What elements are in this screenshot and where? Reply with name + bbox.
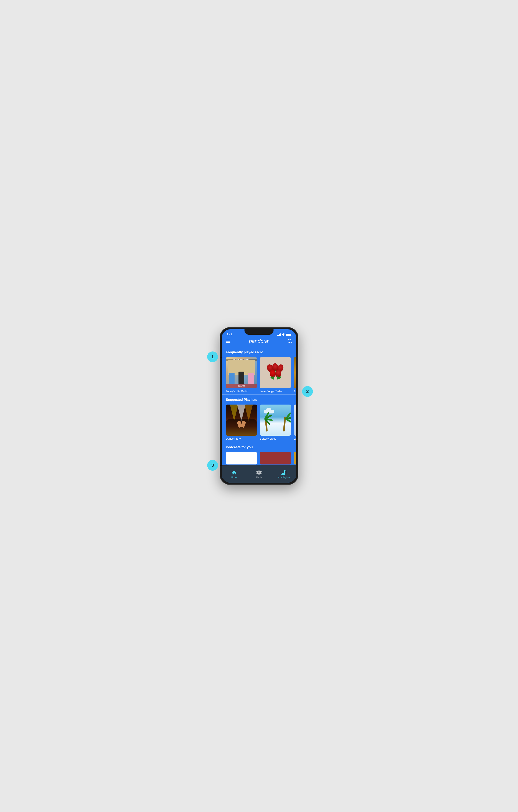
podcast-card-3[interactable] (294, 452, 296, 464)
playlist-card-beach[interactable]: Beachy Vibes (260, 405, 291, 440)
podcast-card-1[interactable] (226, 452, 257, 464)
nav-radio[interactable]: ( P ) Radio (252, 470, 266, 478)
playlists-icon (281, 470, 287, 475)
battery-icon (286, 334, 291, 336)
status-time: 9:41 (227, 333, 232, 336)
home-icon (231, 470, 237, 475)
playlist-label-dance: Dance Party (226, 437, 257, 440)
nav-home[interactable]: Home (227, 470, 241, 478)
radio-label-guitar: Ac... (294, 389, 296, 393)
radio-card-guitar[interactable]: Ac... (294, 357, 296, 393)
radio-label-jonas: Today's Hits Radio (226, 389, 257, 393)
playlist-label-partial: W... (294, 437, 296, 440)
wifi-icon (282, 334, 285, 336)
menu-button[interactable] (226, 340, 231, 343)
playlists-section: Suggested Playlists (222, 395, 296, 442)
annotation-line-3 (218, 465, 230, 465)
podcasts-section-title: Podcasts for you (226, 445, 292, 449)
phone-frame: 9:41 (220, 327, 298, 485)
podcasts-section: Podcasts for you (222, 442, 296, 465)
radio-art-love (260, 357, 291, 388)
status-icons (277, 334, 291, 336)
podcast-card-2[interactable] (260, 452, 291, 464)
signal-icon (277, 334, 281, 336)
radio-art-guitar (294, 357, 296, 388)
app-header: pandora® (222, 337, 296, 347)
playlists-cards-row: Dance Party (226, 405, 292, 440)
playlist-label-beach: Beachy Vibes (260, 437, 291, 440)
podcasts-row (226, 452, 292, 465)
radio-card-jonas[interactable]: SUCKER Today's Hits Radio (226, 357, 257, 393)
playlists-section-title: Suggested Playlists (226, 398, 292, 402)
radio-section-title: Frequently played radio (226, 350, 292, 354)
radio-section: Frequently played radio (222, 347, 296, 395)
annotation-line-1 (218, 357, 230, 357)
annotation-bubble-3: 3 (207, 460, 218, 471)
radio-label-love: Love Songs Radio (260, 389, 291, 393)
radio-art-jonas: SUCKER (226, 357, 257, 388)
playlist-card-partial[interactable]: W... (294, 405, 296, 440)
playlist-art-beach (260, 405, 291, 436)
playlist-card-dance[interactable]: Dance Party (226, 405, 257, 440)
annotation-bubble-1: 1 (207, 351, 218, 362)
nav-playlists[interactable]: Your Playlists (277, 470, 291, 478)
nav-playlists-label: Your Playlists (278, 476, 290, 478)
radio-icon: ( P ) (256, 470, 262, 475)
annotation-bubble-2: 2 (302, 386, 313, 397)
notch (244, 329, 274, 335)
nav-radio-label: Radio (256, 476, 262, 478)
nav-home-label: Home (232, 476, 237, 478)
search-button[interactable] (287, 339, 292, 344)
radio-cards-row: SUCKER Today's Hits Radio (226, 357, 292, 393)
main-content: Frequently played radio (222, 347, 296, 465)
bottom-navigation: Home ( P ) Radio (222, 465, 296, 483)
pandora-logo: pandora® (249, 338, 269, 344)
playlist-art-partial (294, 405, 296, 436)
screen: 9:41 (222, 329, 296, 483)
radio-card-love[interactable]: Love Songs Radio (260, 357, 291, 393)
playlist-art-dance (226, 405, 257, 436)
